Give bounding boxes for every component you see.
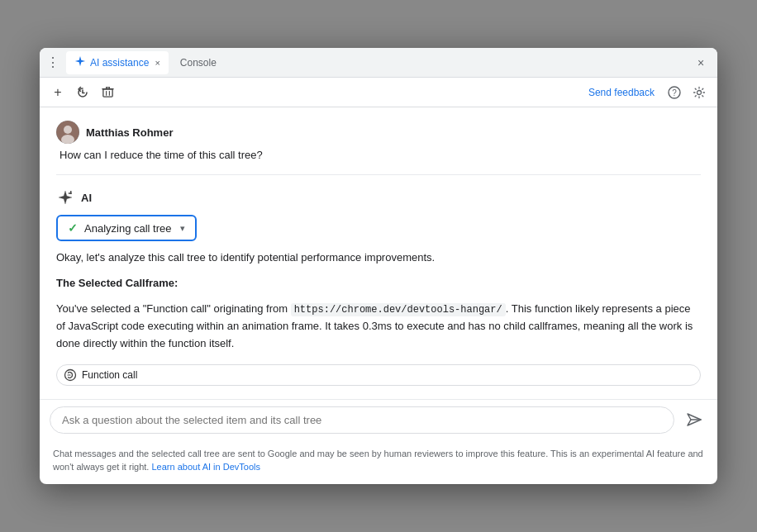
help-icon: ? <box>668 86 681 99</box>
code-url: https://chrome.dev/devtools-hangar/ <box>291 303 506 316</box>
devtools-window: ⋮ AI assistance × Console × + <box>40 48 717 483</box>
history-button[interactable] <box>73 83 93 102</box>
window-close-button[interactable]: × <box>691 53 711 73</box>
function-call-icon <box>64 368 77 382</box>
settings-icon <box>693 86 706 99</box>
svg-rect-16 <box>69 193 72 195</box>
help-button[interactable]: ? <box>664 83 684 102</box>
check-icon: ✓ <box>68 221 78 235</box>
send-feedback-button[interactable]: Send feedback <box>583 85 659 100</box>
user-message-text: How can I reduce the time of this call t… <box>56 149 701 161</box>
analyzing-text: Analyzing call tree <box>84 222 172 235</box>
response-intro: Okay, let's analyze this call tree to id… <box>56 251 435 264</box>
user-message: Matthias Rohmer How can I reduce the tim… <box>56 121 701 161</box>
delete-button[interactable] <box>98 83 117 102</box>
disclaimer-text: Chat messages and the selected call tree… <box>53 449 703 473</box>
ai-tab-icon <box>74 55 86 69</box>
disclaimer-link[interactable]: Learn about AI in DevTools <box>152 462 260 472</box>
analyzing-call-tree-box[interactable]: ✓ Analyzing call tree ▾ <box>56 215 197 241</box>
tab-ai-assistance[interactable]: AI assistance × <box>66 51 169 74</box>
ai-label: AI <box>81 192 92 204</box>
chat-area: Matthias Rohmer How can I reduce the tim… <box>40 107 717 398</box>
ai-header: AI <box>56 188 701 207</box>
svg-rect-2 <box>102 89 112 97</box>
function-call-label: Function call <box>82 369 137 381</box>
settings-button[interactable] <box>689 83 709 102</box>
response-body-1: You've selected a "Function call" origin… <box>56 302 291 315</box>
tab-bar: ⋮ AI assistance × Console × <box>40 48 717 78</box>
tab-ai-assistance-close[interactable]: × <box>155 58 159 68</box>
ai-response-body: You've selected a "Function call" origin… <box>56 301 701 353</box>
svg-text:?: ? <box>672 88 677 97</box>
divider <box>56 174 701 175</box>
tab-console-label: Console <box>180 57 217 69</box>
ai-sparkle-icon <box>57 189 74 206</box>
ai-icon <box>56 188 74 207</box>
toolbar: + Send feedback <box>40 78 717 107</box>
chevron-down-icon: ▾ <box>180 223 185 234</box>
user-name: Matthias Rohmer <box>86 126 173 139</box>
tab-console[interactable]: Console <box>172 51 225 74</box>
disclaimer: Chat messages and the selected call tree… <box>40 440 717 484</box>
tab-menu-icon[interactable]: ⋮ <box>46 55 60 70</box>
function-call-badge[interactable]: Function call <box>56 364 701 386</box>
avatar <box>56 121 79 144</box>
send-button[interactable] <box>681 406 707 433</box>
callframe-heading: The Selected Callframe: <box>56 277 178 289</box>
add-button[interactable]: + <box>48 83 68 102</box>
chat-input[interactable] <box>50 406 674 434</box>
ai-message: AI ✓ Analyzing call tree ▾ Okay, let's a… <box>56 188 701 385</box>
send-icon <box>686 411 702 428</box>
callframe-icon <box>64 368 77 382</box>
trash-icon <box>102 86 114 98</box>
svg-point-13 <box>64 126 72 134</box>
svg-point-11 <box>697 90 702 94</box>
user-header: Matthias Rohmer <box>56 121 701 144</box>
avatar-image <box>56 121 79 144</box>
input-area <box>40 399 717 440</box>
history-icon <box>76 86 89 99</box>
ai-response-callframe: The Selected Callframe: <box>56 275 701 292</box>
tab-ai-assistance-label: AI assistance <box>90 57 149 69</box>
ai-response: Okay, let's analyze this call tree to id… <box>56 249 701 267</box>
